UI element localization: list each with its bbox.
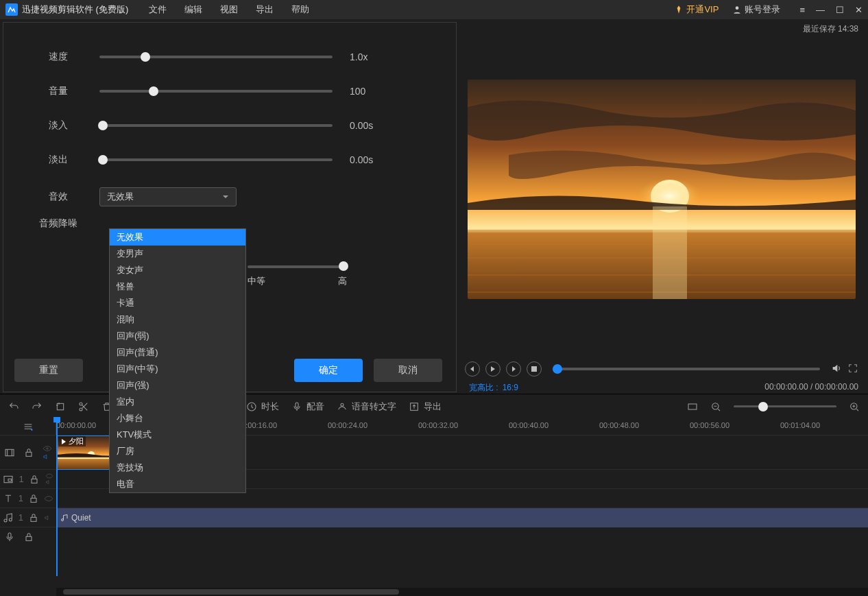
- effect-option-none[interactable]: 无效果: [110, 229, 245, 246]
- lock-icon[interactable]: [28, 493, 39, 504]
- menu-file[interactable]: 文件: [149, 3, 167, 16]
- lock-icon[interactable]: [23, 532, 34, 543]
- redo-button[interactable]: [32, 401, 43, 412]
- effect-option-ktv[interactable]: KTV模式: [110, 427, 245, 443]
- effect-option-indoor[interactable]: 室内: [110, 394, 245, 410]
- next-frame-button[interactable]: [506, 361, 521, 377]
- zoom-out-button[interactable]: [710, 401, 721, 412]
- video-clip-name: 夕阳: [58, 436, 86, 446]
- audio-properties-panel: 速度 1.0x 音量 100 淡入 0.00s 淡出 0.00s 音效 无效果: [3, 22, 457, 392]
- effect-option-arena[interactable]: 竞技场: [110, 460, 245, 476]
- crop-button[interactable]: [55, 401, 66, 412]
- speed-slider[interactable]: [99, 50, 333, 64]
- export-button[interactable]: 导出: [409, 401, 442, 413]
- main-menu: 文件 编辑 视图 导出 帮助: [149, 3, 309, 16]
- fadeout-value: 0.00s: [350, 154, 405, 165]
- volume-slider[interactable]: [99, 84, 333, 98]
- reset-button[interactable]: 重置: [14, 359, 83, 382]
- eye-icon[interactable]: [43, 445, 52, 452]
- svg-rect-7: [57, 403, 63, 409]
- fadein-slider[interactable]: [99, 119, 333, 132]
- dubbing-button[interactable]: 配音: [291, 401, 324, 413]
- effect-option-male[interactable]: 变男声: [110, 246, 245, 262]
- account-button[interactable]: 账号登录: [732, 3, 780, 16]
- svg-rect-15: [296, 403, 298, 407]
- effect-dropdown[interactable]: 无效果: [99, 187, 237, 206]
- film-icon[interactable]: [4, 447, 15, 458]
- effect-option-echo-normal[interactable]: 回声(普通): [110, 344, 245, 361]
- effect-option-echo-strong[interactable]: 回声(强): [110, 377, 245, 394]
- cut-button[interactable]: [78, 401, 89, 412]
- ruler-tick: 00:00:00.00: [56, 421, 96, 429]
- zoom-slider[interactable]: [734, 400, 836, 414]
- music-icon: [60, 514, 69, 522]
- duration-button[interactable]: 时长: [246, 401, 279, 413]
- eye-icon[interactable]: [45, 473, 53, 479]
- speaker-icon[interactable]: [43, 453, 52, 460]
- lock-icon[interactable]: [28, 512, 39, 523]
- volume-value: 100: [350, 86, 405, 97]
- svg-rect-27: [8, 479, 12, 481]
- speed-label: 速度: [17, 51, 99, 63]
- video-track-header: [0, 436, 56, 469]
- speaker-icon[interactable]: [44, 514, 53, 521]
- preview-panel: 最近保存 14:38: [457, 19, 868, 394]
- speech-to-text-button[interactable]: 语音转文字: [337, 401, 396, 413]
- menu-help[interactable]: 帮助: [291, 3, 309, 16]
- lock-icon[interactable]: [23, 447, 34, 458]
- effect-option-monster[interactable]: 怪兽: [110, 278, 245, 295]
- music-icon[interactable]: [3, 512, 14, 523]
- menu-export[interactable]: 导出: [256, 3, 274, 16]
- undo-button[interactable]: [8, 401, 19, 412]
- menu-view[interactable]: 视图: [220, 3, 238, 16]
- menu-edit[interactable]: 编辑: [184, 3, 202, 16]
- svg-rect-28: [32, 479, 37, 483]
- svg-point-8: [80, 408, 82, 411]
- denoise-label: 音频降噪: [17, 217, 99, 230]
- cancel-button[interactable]: 取消: [374, 359, 442, 382]
- effect-option-echo-mid[interactable]: 回声(中等): [110, 361, 245, 377]
- fullscreen-icon[interactable]: [847, 363, 858, 376]
- playhead[interactable]: [56, 418, 58, 576]
- voice-track: [0, 527, 868, 546]
- lock-icon[interactable]: [29, 474, 40, 485]
- pip-icon[interactable]: [3, 474, 14, 485]
- effect-option-electronic[interactable]: 电音: [110, 476, 245, 492]
- effect-option-female[interactable]: 变女声: [110, 262, 245, 278]
- volume-icon[interactable]: [831, 363, 842, 376]
- add-track-button[interactable]: [0, 418, 56, 435]
- menu-lines-icon[interactable]: ≡: [799, 5, 805, 15]
- audio-clip[interactable]: Quiet: [56, 508, 868, 527]
- ruler-tick: 00:01:04.00: [780, 421, 820, 429]
- horizontal-scrollbar[interactable]: [0, 588, 868, 596]
- effect-option-small-stage[interactable]: 小舞台: [110, 410, 245, 427]
- mic-icon[interactable]: [4, 532, 15, 543]
- fit-button[interactable]: [687, 401, 698, 412]
- close-button[interactable]: ✕: [855, 5, 863, 15]
- svg-point-16: [341, 403, 343, 406]
- play-button[interactable]: [485, 361, 501, 377]
- voice-track-header: [0, 527, 56, 546]
- fadeout-slider[interactable]: [99, 153, 333, 167]
- effect-option-factory[interactable]: 厂房: [110, 443, 245, 460]
- text-icon[interactable]: [3, 493, 14, 504]
- ok-button[interactable]: 确定: [294, 359, 363, 382]
- effect-option-echo-weak[interactable]: 回声(弱): [110, 328, 245, 344]
- eye-icon[interactable]: [44, 495, 53, 502]
- effect-label: 音效: [17, 191, 99, 203]
- vip-button[interactable]: 开通VIP: [674, 3, 719, 16]
- fadein-label: 淡入: [17, 119, 99, 132]
- overlay-track-header: 1: [0, 470, 56, 488]
- speaker-icon[interactable]: [45, 479, 53, 485]
- seek-slider[interactable]: [553, 362, 820, 376]
- stop-button[interactable]: [527, 361, 542, 377]
- denoise-slider[interactable]: 中等 高: [248, 263, 347, 283]
- effect-option-reverb[interactable]: 混响: [110, 311, 245, 328]
- preview-video[interactable]: [468, 80, 856, 299]
- audio-track-header: 1: [0, 508, 56, 527]
- effect-option-cartoon[interactable]: 卡通: [110, 295, 245, 311]
- prev-frame-button[interactable]: [465, 361, 480, 377]
- minimize-button[interactable]: —: [816, 5, 825, 15]
- zoom-in-button[interactable]: [849, 401, 860, 412]
- maximize-button[interactable]: ☐: [836, 5, 844, 15]
